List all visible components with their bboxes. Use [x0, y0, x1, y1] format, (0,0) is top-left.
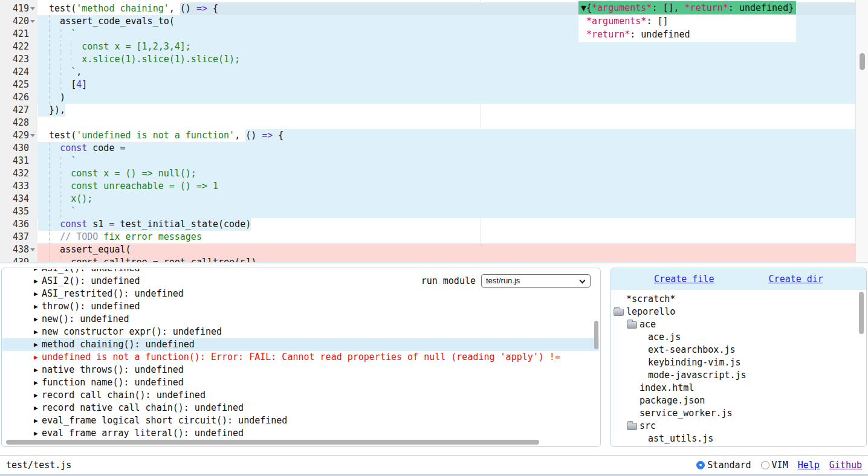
line-number[interactable]: 426	[13, 91, 29, 104]
code-line-content[interactable]: test('undefined is not a function', () =…	[37, 129, 855, 142]
tree-item-file[interactable]: package.json	[612, 394, 858, 407]
editor-line[interactable]: 436 const s1 = test_initial_state(code)	[0, 218, 855, 231]
code-line-content[interactable]: // TODO fix error messages	[37, 231, 855, 243]
gutter-cell[interactable]: 420	[0, 15, 37, 28]
keybinding-vim-option[interactable]: VIM	[761, 459, 788, 472]
line-number[interactable]: 429	[13, 129, 29, 142]
editor-line[interactable]: 432 const x = () => null();	[0, 167, 855, 180]
line-number[interactable]: 434	[13, 193, 29, 205]
line-number[interactable]: 439	[13, 256, 29, 263]
editor-line[interactable]: 437 // TODO fix error messages	[0, 231, 855, 243]
code-line-content[interactable]: assert_equal(	[37, 243, 855, 256]
scrollbar-thumb[interactable]	[860, 53, 865, 70]
gutter-cell[interactable]: 426	[0, 91, 37, 104]
gutter-cell[interactable]: 423	[0, 53, 37, 66]
expand-triangle-icon[interactable]: ▶	[34, 414, 42, 427]
test-result-item[interactable]: ▶method chaining(): undefined	[2, 338, 599, 351]
gutter-cell[interactable]: 436	[0, 218, 37, 231]
code-line-content[interactable]: const x = () => null();	[37, 167, 855, 180]
test-result-item[interactable]: ▶ASI_restrited(): undefined	[2, 288, 599, 300]
editor-line[interactable]: 429 test('undefined is not a function', …	[0, 129, 855, 142]
line-number[interactable]: 436	[13, 218, 29, 231]
expand-triangle-icon[interactable]: ▶	[34, 402, 42, 414]
editor-line[interactable]: 435 `	[0, 205, 855, 218]
line-number[interactable]: 435	[13, 205, 29, 218]
tree-item-file[interactable]: ace.js	[612, 331, 858, 344]
editor-line[interactable]: 427 }),	[0, 104, 855, 117]
value-explorer-row[interactable]: *return*: undefined	[578, 28, 796, 41]
expand-triangle-icon[interactable]: ▶	[34, 300, 42, 313]
create-dir-link[interactable]: Create dir	[769, 273, 823, 286]
scrollbar-thumb[interactable]	[6, 440, 539, 445]
expand-triangle-icon[interactable]: ▶	[34, 288, 42, 300]
test-result-item[interactable]: ▶record call chain(): undefined	[2, 389, 599, 402]
gutter-cell[interactable]: 431	[0, 155, 37, 167]
create-file-link[interactable]: Create file	[654, 273, 714, 286]
line-number[interactable]: 430	[13, 142, 29, 155]
tree-item-folder[interactable]: src	[612, 420, 858, 433]
gutter-cell[interactable]: 425	[0, 79, 37, 91]
tree-item-file[interactable]: ext-searchbox.js	[612, 344, 858, 356]
test-result-item[interactable]: ▶new constructor expr(): undefined	[2, 326, 599, 338]
tree-item-folder[interactable]: ace	[612, 318, 858, 331]
line-number[interactable]: 422	[13, 40, 29, 53]
gutter-cell[interactable]: 427	[0, 104, 37, 117]
fold-arrow-icon[interactable]	[29, 15, 37, 28]
test-result-item[interactable]: ▶eval_frame array_literal(): undefined	[2, 427, 599, 438]
editor-line[interactable]: 425 [4]	[0, 79, 855, 91]
gutter-cell[interactable]: 434	[0, 193, 37, 205]
code-line-content[interactable]: const unreachable = () => 1	[37, 180, 855, 193]
github-link[interactable]: Github	[829, 459, 862, 472]
expand-triangle-icon[interactable]: ▶	[34, 326, 42, 338]
line-number[interactable]: 423	[13, 53, 29, 66]
value-explorer-header[interactable]: ▼{*arguments*: [], *return*: undefined}	[578, 1, 796, 14]
code-line-content[interactable]: }),	[37, 104, 855, 117]
code-line-content[interactable]: const x = [1,2,3,4];	[37, 40, 855, 53]
test-result-item[interactable]: ▶throw(): undefined	[2, 300, 599, 313]
editor-line[interactable]: 423 x.slice(1).slice(1).slice(1);	[0, 53, 855, 66]
expand-triangle-icon[interactable]: ▶	[34, 338, 42, 351]
line-number[interactable]: 431	[13, 155, 29, 167]
line-number[interactable]: 432	[13, 167, 29, 180]
editor-line[interactable]: 434 x();	[0, 193, 855, 205]
editor-line[interactable]: 439 const calltree = root_calltree(s1)	[0, 256, 855, 263]
line-number[interactable]: 428	[13, 117, 29, 129]
expand-triangle-icon[interactable]: ▶	[34, 275, 42, 288]
gutter-cell[interactable]: 422	[0, 40, 37, 53]
tree-item-scratch[interactable]: *scratch*	[612, 293, 858, 306]
line-number[interactable]: 421	[13, 28, 29, 40]
gutter-cell[interactable]: 424	[0, 66, 37, 79]
code-line-content[interactable]: `	[37, 205, 855, 218]
code-line-content[interactable]: )	[37, 91, 855, 104]
code-line-content[interactable]: `	[37, 155, 855, 167]
editor-line[interactable]: 431 `	[0, 155, 855, 167]
line-number[interactable]: 425	[13, 79, 29, 91]
tree-item-file[interactable]: mode-javascript.js	[612, 369, 858, 382]
expand-triangle-icon[interactable]: ▶	[34, 376, 42, 389]
gutter-cell[interactable]: 428	[0, 117, 37, 129]
tree-item-file[interactable]: index.html	[612, 382, 858, 394]
value-explorer-row[interactable]: *arguments*: []	[578, 14, 796, 28]
console-horizontal-scrollbar[interactable]	[2, 438, 592, 446]
editor-vertical-scrollbar[interactable]	[855, 0, 868, 263]
gutter-cell[interactable]: 433	[0, 180, 37, 193]
test-result-item-failed[interactable]: ▶undefined is not a function(): Error: F…	[2, 351, 599, 364]
gutter-cell[interactable]: 421	[0, 28, 37, 40]
gutter-cell[interactable]: 432	[0, 167, 37, 180]
editor-line[interactable]: 428	[0, 117, 855, 129]
line-number[interactable]: 420	[13, 15, 29, 28]
gutter-cell[interactable]: 419	[0, 2, 37, 15]
file-tree-scrollbar-thumb[interactable]	[859, 292, 864, 334]
tree-item-folder[interactable]: leporello	[612, 306, 858, 318]
line-number[interactable]: 437	[13, 231, 29, 243]
test-result-item[interactable]: ▶native throws(): undefined	[2, 364, 599, 376]
code-line-content[interactable]: x.slice(1).slice(1).slice(1);	[37, 53, 855, 66]
line-number[interactable]: 433	[13, 180, 29, 193]
code-line-content[interactable]: x();	[37, 193, 855, 205]
gutter-cell[interactable]: 438	[0, 243, 37, 256]
expand-triangle-icon[interactable]: ▶	[34, 351, 42, 364]
code-line-content[interactable]: [4]	[37, 79, 855, 91]
code-line-content[interactable]: const code =	[37, 142, 855, 155]
gutter-cell[interactable]: 437	[0, 231, 37, 243]
fold-arrow-icon[interactable]	[29, 243, 37, 256]
